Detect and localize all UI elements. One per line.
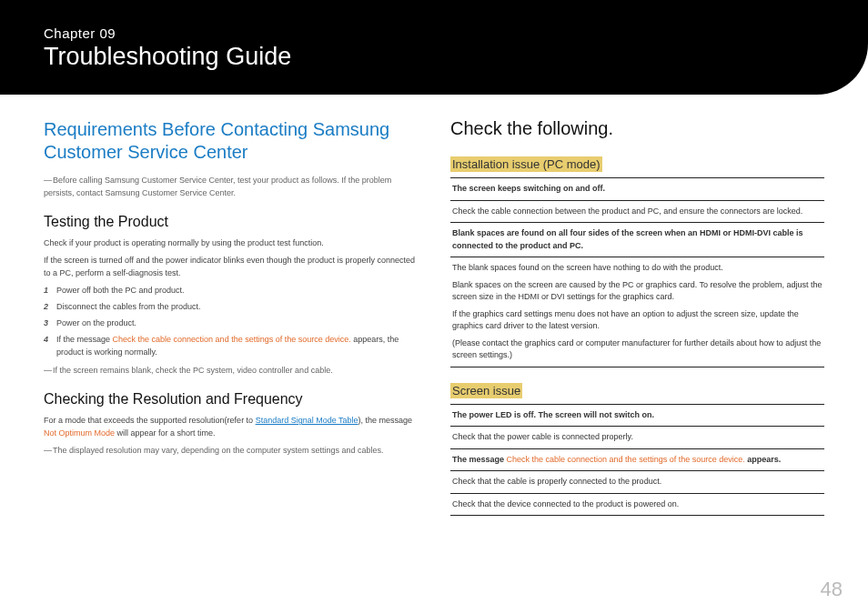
message-text: Not Optimum Mode xyxy=(44,428,115,438)
q-post: appears. xyxy=(745,455,782,464)
note: ―If the screen remains blank, check the … xyxy=(44,365,418,377)
paragraph: Check if your product is operating norma… xyxy=(44,237,418,250)
group-label: Screen issue xyxy=(450,382,824,398)
answer-line: Blank spaces on the screen are caused by… xyxy=(452,279,823,304)
note-dash: ― xyxy=(44,175,53,187)
list-item: 2Disconnect the cables from the product. xyxy=(44,301,418,314)
issue-question: The power LED is off. The screen will no… xyxy=(450,405,824,428)
text-post: will appear for a short time. xyxy=(115,428,216,438)
highlight-label: Screen issue xyxy=(450,383,522,398)
issue-answer: The blank spaces found on the screen hav… xyxy=(450,257,824,367)
answer-line: If the graphics card settings menu does … xyxy=(452,308,823,333)
answer-line: (Please contact the graphics card or com… xyxy=(452,337,823,362)
issue-answer: Check the cable connection between the p… xyxy=(450,201,824,224)
ordered-steps: 1Power off both the PC and product. 2Dis… xyxy=(44,285,418,359)
note: ―Before calling Samsung Customer Service… xyxy=(44,175,418,199)
text-pre: For a mode that exceeds the supported re… xyxy=(44,416,256,425)
link-text[interactable]: Standard Signal Mode Table xyxy=(256,416,358,425)
issue-table: The power LED is off. The screen will no… xyxy=(450,404,824,517)
paragraph: For a mode that exceeds the supported re… xyxy=(44,415,418,440)
subheading: Checking the Resolution and Frequency xyxy=(44,391,418,408)
note-text: Before calling Samsung Customer Service … xyxy=(44,176,391,197)
list-item: 1Power off both the PC and product. xyxy=(44,285,418,297)
list-item: 3Power on the product. xyxy=(44,317,418,330)
step-text: Power off both the PC and product. xyxy=(56,286,184,295)
note-dash: ― xyxy=(44,445,53,458)
note-text: If the screen remains blank, check the P… xyxy=(53,366,333,375)
note: ―The displayed resolution may vary, depe… xyxy=(44,445,418,458)
text-mid: ), the message xyxy=(358,416,413,425)
issue-answer: Check that the cable is properly connect… xyxy=(450,471,824,494)
message-text: Check the cable connection and the setti… xyxy=(507,455,745,464)
issue-answer: Check that the power cable is connected … xyxy=(450,427,824,449)
chapter-label: Chapter 09 xyxy=(44,25,824,41)
issue-table: The screen keeps switching on and off. C… xyxy=(450,177,824,367)
issue-question: Blank spaces are found on all four sides… xyxy=(450,223,824,257)
page-title: Troubleshooting Guide xyxy=(44,43,824,71)
page-header: Chapter 09 Troubleshooting Guide xyxy=(0,0,868,95)
right-column: Check the following. Installation issue … xyxy=(450,118,824,516)
paragraph: If the screen is turned off and the powe… xyxy=(44,255,418,280)
page-number: 48 xyxy=(821,578,843,601)
list-item: 4 If the message Check the cable connect… xyxy=(44,334,418,359)
step-text-pre: If the message xyxy=(56,335,113,344)
message-text: Check the cable connection and the setti… xyxy=(113,335,351,344)
note-dash: ― xyxy=(44,365,53,377)
subheading: Testing the Product xyxy=(44,214,418,230)
note-text: The displayed resolution may vary, depen… xyxy=(53,446,384,455)
issue-answer: Check that the device connected to the p… xyxy=(450,494,824,517)
answer-line: The blank spaces found on the screen hav… xyxy=(452,262,823,275)
section-heading: Check the following. xyxy=(450,118,824,139)
step-text: Disconnect the cables from the product. xyxy=(56,302,201,311)
step-text: Power on the product. xyxy=(56,318,136,327)
content: Requirements Before Contacting Samsung C… xyxy=(0,95,868,516)
q-pre: The message xyxy=(452,455,507,464)
group-label: Installation issue (PC mode) xyxy=(450,156,824,172)
left-column: Requirements Before Contacting Samsung C… xyxy=(44,118,418,516)
section-heading: Requirements Before Contacting Samsung C… xyxy=(44,118,418,164)
issue-question: The message Check the cable connection a… xyxy=(450,449,824,472)
issue-question: The screen keeps switching on and off. xyxy=(450,178,824,201)
highlight-label: Installation issue (PC mode) xyxy=(450,156,602,172)
